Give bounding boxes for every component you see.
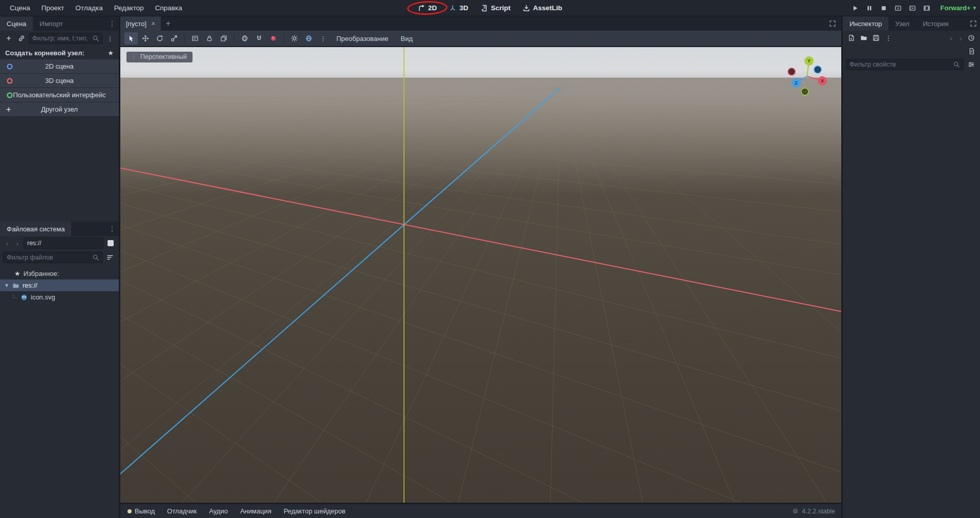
preview-environment-button[interactable]	[302, 32, 315, 45]
rotate-tool-button[interactable]	[153, 32, 166, 45]
playback-controls: Forward+ ▾	[848, 2, 976, 15]
perspective-menu[interactable]: ⋮ Перспективный	[126, 52, 193, 62]
bottom-tab-label: Анимация	[240, 507, 271, 515]
snap-toggle-button[interactable]	[252, 32, 266, 45]
instance-scene-button[interactable]	[16, 33, 27, 44]
view-axis-gizmo[interactable]: Y X Z	[779, 48, 835, 104]
viewport-scene[interactable]	[120, 47, 841, 503]
renderer-label: Forward+	[941, 4, 971, 12]
local-space-button[interactable]	[238, 32, 251, 45]
create-other-node-button[interactable]: + Другой узел	[0, 102, 119, 116]
preview-material-button[interactable]	[267, 32, 280, 45]
move-tool-button[interactable]	[139, 32, 152, 45]
workspace-assetlib-label: AssetLib	[533, 4, 562, 12]
separator	[184, 34, 185, 42]
close-icon[interactable]: ×	[151, 19, 155, 28]
toggle-split-mode-button[interactable]	[105, 238, 116, 248]
workspace-assetlib-button[interactable]: AssetLib	[517, 0, 568, 16]
favorites-star-icon[interactable]: ★	[108, 49, 114, 57]
tab-scene[interactable]: Сцена	[0, 16, 33, 31]
filter-options-button[interactable]	[966, 59, 977, 70]
menu-scene[interactable]: Сцена	[4, 0, 36, 16]
menu-debug[interactable]: Отладка	[70, 0, 108, 16]
bottom-tab-audio[interactable]: Аудио	[203, 504, 234, 518]
2d-icon	[418, 5, 425, 12]
group-node-button[interactable]	[217, 32, 230, 45]
transform-menu[interactable]: Преобразование	[331, 35, 394, 42]
path-input[interactable]	[27, 240, 100, 247]
scene-toolbar-menu-icon[interactable]: ⋮	[104, 33, 116, 44]
file-filter-input[interactable]	[7, 254, 90, 261]
path-box	[24, 238, 103, 249]
bottom-tab-shader-editor[interactable]: Редактор шейдеров	[278, 504, 352, 518]
inspector-back-icon[interactable]: ‹	[947, 34, 955, 42]
inspector-history-button[interactable]	[966, 32, 977, 44]
favorites-row[interactable]: ★ Избранное:	[0, 268, 119, 279]
renderer-selector[interactable]: Forward+ ▾	[941, 4, 976, 12]
menu-editor[interactable]: Редактор	[109, 0, 150, 16]
tab-history[interactable]: История	[916, 16, 955, 31]
resource-extra-menu-icon[interactable]: ⋮	[883, 32, 894, 44]
file-sort-button[interactable]	[104, 252, 116, 263]
neg-x-axis-ball[interactable]	[788, 68, 795, 75]
lock-node-button[interactable]	[203, 32, 216, 45]
list-select-button[interactable]	[188, 32, 202, 45]
tree-row-icon-svg[interactable]: icon.svg	[0, 291, 119, 303]
bottom-tab-debugger[interactable]: Отладчик	[161, 504, 203, 518]
nav-back-icon[interactable]: ‹	[3, 239, 11, 248]
tree-row-res-root[interactable]: ▼ res://	[0, 279, 119, 291]
collapse-caret-icon[interactable]: ▼	[4, 283, 9, 288]
play-scene-button[interactable]	[891, 2, 905, 15]
menu-project[interactable]: Проект	[36, 0, 70, 16]
add-node-button[interactable]: +	[3, 33, 14, 44]
scene-tab-empty[interactable]: [пусто] ×	[120, 16, 161, 31]
tab-filesystem[interactable]: Файловая система	[0, 222, 71, 236]
play-custom-scene-button[interactable]	[906, 2, 919, 15]
tab-inspector[interactable]: Инспектор	[843, 16, 888, 31]
load-resource-button[interactable]	[858, 32, 869, 44]
version-info[interactable]: 4.2.2.stable	[792, 508, 835, 515]
new-resource-button[interactable]	[846, 32, 857, 44]
open-documentation-button[interactable]	[966, 46, 977, 57]
viewport-3d[interactable]: ⋮ Перспективный Y X Z	[120, 46, 841, 504]
view-menu[interactable]: Вид	[395, 35, 419, 42]
scene-filter-input[interactable]	[32, 35, 90, 42]
tab-import[interactable]: Импорт	[33, 16, 69, 31]
pause-button[interactable]	[863, 2, 876, 15]
play-button[interactable]	[848, 2, 862, 15]
scale-icon	[171, 35, 178, 42]
property-filter-input[interactable]	[849, 61, 951, 68]
right-dock: Инспектор Узел История	[843, 16, 980, 518]
workspace-switcher: 2D 3D Script	[412, 0, 568, 16]
dock-float-button[interactable]	[967, 16, 980, 31]
save-resource-button[interactable]	[870, 32, 882, 44]
bottom-tab-output[interactable]: Вывод	[126, 504, 161, 518]
history-clock-icon	[968, 34, 975, 41]
workspace-script-button[interactable]: Script	[475, 0, 517, 16]
nav-forward-icon[interactable]: ›	[13, 239, 22, 248]
bottom-tab-label: Редактор шейдеров	[284, 507, 346, 515]
workspace-3d-button[interactable]: 3D	[443, 0, 474, 16]
new-scene-tab-button[interactable]: +	[161, 16, 175, 31]
workspace-2d-button[interactable]: 2D	[412, 0, 443, 16]
viewport-extra-menu-icon[interactable]: ⋮	[316, 32, 330, 45]
neg-y-axis-ball[interactable]	[801, 88, 808, 95]
menu-help[interactable]: Справка	[150, 0, 188, 16]
filesystem-dock-menu-icon[interactable]: ⋮	[105, 222, 119, 236]
stop-button[interactable]	[877, 2, 890, 15]
scale-tool-button[interactable]	[167, 32, 181, 45]
scene-dock-menu-icon[interactable]: ⋮	[105, 16, 119, 31]
movie-maker-button[interactable]	[920, 2, 933, 15]
search-icon	[92, 254, 99, 261]
neg-z-axis-ball[interactable]	[814, 66, 821, 73]
inspector-forward-icon[interactable]: ›	[956, 34, 965, 42]
preview-sunlight-button[interactable]	[288, 32, 301, 45]
create-3d-scene-button[interactable]: 3D сцена	[0, 74, 119, 88]
select-tool-button[interactable]	[124, 32, 138, 45]
bottom-tab-animation[interactable]: Анимация	[234, 504, 278, 518]
create-ui-scene-button[interactable]: Пользовательский интерфейс	[0, 88, 119, 102]
create-2d-scene-button[interactable]: 2D сцена	[0, 59, 119, 73]
separator	[284, 34, 284, 42]
tab-node[interactable]: Узел	[888, 16, 916, 31]
distraction-free-button[interactable]	[824, 16, 841, 31]
